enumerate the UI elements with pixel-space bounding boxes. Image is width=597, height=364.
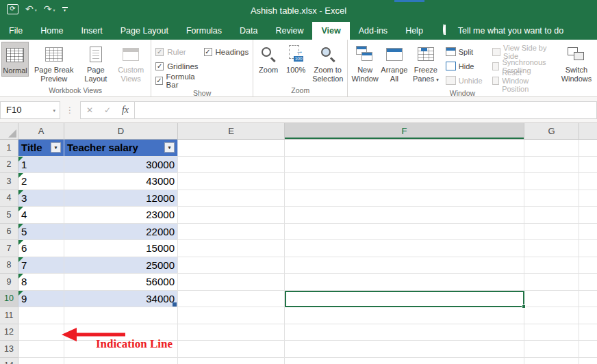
cell-a8[interactable]: 7 xyxy=(18,257,64,274)
row-11: 11 xyxy=(0,307,597,324)
switch-windows-button[interactable]: Switch Windows xyxy=(557,42,596,84)
tell-me-box[interactable]: Tell me what you want to do xyxy=(443,22,563,40)
checkbox-icon[interactable]: ✓ xyxy=(204,48,212,56)
page-break-preview-button[interactable]: Page Break Preview xyxy=(29,42,79,84)
tab-add-ins[interactable]: Add-ins xyxy=(350,22,396,40)
row-header-10[interactable]: 10 xyxy=(0,291,18,308)
split-button[interactable]: Split xyxy=(444,44,485,59)
zoom-100-button[interactable]: →100 100% xyxy=(282,42,309,75)
window-title: Ashish table.xlsx - Excel xyxy=(0,5,597,16)
view-side-by-side-icon xyxy=(492,48,500,56)
select-all-button[interactable] xyxy=(0,123,18,140)
cell-d1[interactable]: Teacher salary ▾ xyxy=(64,140,178,157)
headings-checkbox[interactable]: ✓ Headings xyxy=(201,44,252,59)
freeze-panes-dropdown-icon[interactable]: ▾ xyxy=(436,77,439,82)
column-header-partial[interactable] xyxy=(579,123,597,140)
checkbox-icon[interactable]: ✓ xyxy=(155,62,164,70)
column-header-f[interactable]: F xyxy=(285,123,524,140)
new-window-button[interactable]: New Window xyxy=(349,42,381,84)
row-header-4[interactable]: 4 xyxy=(0,190,18,207)
zoom-100-icon: →100 xyxy=(288,44,304,64)
row-header-13[interactable]: 13 xyxy=(0,341,18,358)
active-cell-selection[interactable] xyxy=(285,291,524,308)
row-header-5[interactable]: 5 xyxy=(0,207,18,224)
checkbox-icon[interactable]: ✓ xyxy=(155,77,162,85)
column-header-e[interactable]: E xyxy=(178,123,285,140)
row-header-9[interactable]: 9 xyxy=(0,274,18,291)
row-header-7[interactable]: 7 xyxy=(0,240,18,257)
filter-dropdown-icon[interactable]: ▾ xyxy=(51,142,61,153)
cell-d3[interactable]: 43000 xyxy=(64,173,178,190)
table-resize-handle[interactable] xyxy=(173,302,177,307)
row-header-2[interactable]: 2 xyxy=(0,157,18,174)
lightbulb-icon xyxy=(443,25,453,37)
cell-a1[interactable]: Title ▾ xyxy=(18,140,64,157)
row-header-6[interactable]: 6 xyxy=(0,224,18,241)
cell-g1[interactable] xyxy=(524,140,579,157)
cell-a7[interactable]: 6 xyxy=(18,240,64,257)
row-header-3[interactable]: 3 xyxy=(0,173,18,190)
insert-function-icon[interactable]: fx xyxy=(116,105,134,116)
cell-a3[interactable]: 2 xyxy=(18,173,64,190)
column-header-g[interactable]: G xyxy=(524,123,579,140)
fill-handle[interactable] xyxy=(522,304,526,309)
column-header-d[interactable]: D xyxy=(64,123,178,140)
row-header-8[interactable]: 8 xyxy=(0,257,18,274)
cell-e1[interactable] xyxy=(178,140,285,157)
tab-insert[interactable]: Insert xyxy=(73,22,112,40)
cell-d10[interactable]: 34000 xyxy=(64,291,178,308)
cell-d2[interactable]: 30000 xyxy=(64,157,178,174)
tab-formulas[interactable]: Formulas xyxy=(177,22,231,40)
tab-review[interactable]: Review xyxy=(266,22,312,40)
row-7: 7 6 15000 xyxy=(0,240,597,257)
cell-f1[interactable] xyxy=(285,140,524,157)
row-header-11[interactable]: 11 xyxy=(0,307,18,324)
cell-a4[interactable]: 3 xyxy=(18,190,64,207)
ruler-checkbox: ✓ Ruler xyxy=(153,44,201,59)
gridlines-checkbox[interactable]: ✓ Gridlines xyxy=(153,59,201,73)
cell-a9[interactable]: 8 xyxy=(18,274,64,291)
tab-help[interactable]: Help xyxy=(396,22,432,40)
group-show: ✓ Ruler ✓ Gridlines ✓ Formula Bar ✓ Head… xyxy=(151,40,253,96)
name-box-dropdown-icon[interactable]: ▾ xyxy=(53,108,55,114)
zoom-button[interactable]: Zoom xyxy=(255,42,282,75)
group-zoom: Zoom →100 100% Zoom to Selection Zoom xyxy=(253,40,347,96)
tab-file[interactable]: File xyxy=(0,22,31,40)
enter-icon[interactable]: ✓ xyxy=(99,105,116,115)
tab-data[interactable]: Data xyxy=(231,22,266,40)
formula-bar-grip-icon: ⋮ xyxy=(60,105,80,115)
reset-window-position-button: Reset Window Position xyxy=(490,73,551,88)
cell-a2[interactable]: 1 xyxy=(18,157,64,174)
row-header-12[interactable]: 12 xyxy=(0,324,18,341)
arrange-all-button[interactable]: Arrange All xyxy=(381,42,408,84)
tab-page-layout[interactable]: Page Layout xyxy=(112,22,177,40)
name-box[interactable]: F10 ▾ xyxy=(0,101,60,119)
tab-view[interactable]: View xyxy=(312,22,349,40)
cell-a6[interactable]: 5 xyxy=(18,224,64,241)
normal-view-icon xyxy=(6,44,24,65)
cell-a10[interactable]: 9 xyxy=(18,291,64,308)
freeze-panes-icon xyxy=(418,44,434,64)
row-header-14[interactable]: 14 xyxy=(0,358,18,364)
view-side-by-side-button: View Side by Side xyxy=(490,44,551,59)
cell-d5[interactable]: 23000 xyxy=(64,207,178,224)
cell-d4[interactable]: 12000 xyxy=(64,190,178,207)
cancel-icon[interactable]: ✕ xyxy=(81,105,99,115)
zoom-to-selection-button[interactable]: Zoom to Selection xyxy=(309,42,346,84)
normal-view-button[interactable]: Normal xyxy=(1,42,29,77)
cell-d6[interactable]: 22000 xyxy=(64,224,178,241)
cell-a5[interactable]: 4 xyxy=(18,207,64,224)
formula-bar-checkbox[interactable]: ✓ Formula Bar xyxy=(153,73,201,88)
freeze-panes-button[interactable]: Freeze Panes ▾ xyxy=(408,42,444,84)
tab-home[interactable]: Home xyxy=(31,22,72,40)
column-header-a[interactable]: A xyxy=(18,123,64,140)
cell-d9[interactable]: 56000 xyxy=(64,274,178,291)
row-header-1[interactable]: 1 xyxy=(0,140,18,157)
row-2: 2 1 30000 xyxy=(0,157,597,174)
filter-dropdown-icon[interactable]: ▾ xyxy=(164,142,175,153)
hide-button[interactable]: Hide xyxy=(444,59,485,73)
formula-input[interactable] xyxy=(135,101,597,119)
cell-d7[interactable]: 15000 xyxy=(64,240,178,257)
page-layout-view-button[interactable]: Page Layout xyxy=(79,42,113,84)
cell-d8[interactable]: 25000 xyxy=(64,257,178,274)
